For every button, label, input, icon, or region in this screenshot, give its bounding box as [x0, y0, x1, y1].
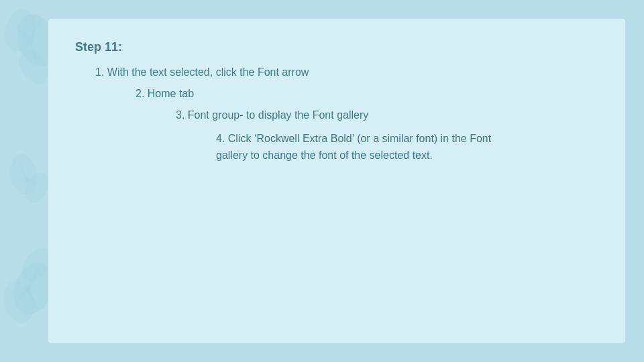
step-item-2: 2. Home tab [136, 88, 598, 100]
step-title: Step 11: [75, 40, 598, 54]
step-item-3: 3. Font group- to display the Font galle… [176, 109, 598, 121]
step-item-1: 1. With the text selected, click the Fon… [95, 66, 598, 78]
content-card: Step 11: 1. With the text selected, clic… [48, 19, 625, 343]
decorative-leaves [0, 0, 54, 362]
step-item-4: 4. Click ‘Rockwell Extra Bold’ (or a sim… [216, 131, 498, 164]
